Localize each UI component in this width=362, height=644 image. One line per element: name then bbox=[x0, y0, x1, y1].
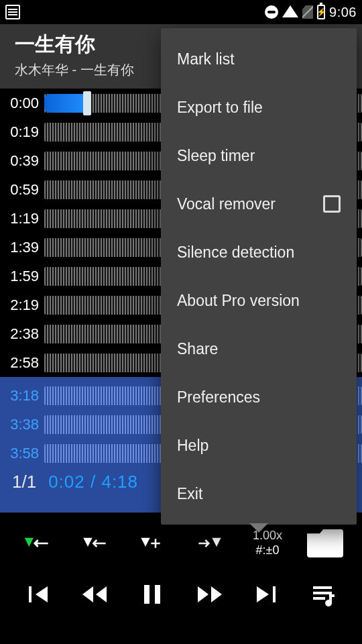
fast-forward-button[interactable] bbox=[181, 570, 239, 619]
menu-scroll-indicator-icon bbox=[249, 523, 268, 533]
row-time: 0:00 bbox=[4, 95, 44, 112]
status-time: 9:06 bbox=[329, 5, 357, 20]
mark-prev-button[interactable] bbox=[66, 519, 123, 568]
overflow-menu: Mark list Export to file Sleep timer Voc… bbox=[161, 28, 357, 525]
status-bar: ⚡ 9:06 bbox=[0, 0, 362, 24]
rewind-button[interactable] bbox=[66, 570, 123, 619]
row-time: 1:59 bbox=[4, 268, 44, 285]
row-time: 2:58 bbox=[4, 354, 44, 372]
menu-label: Sleep timer bbox=[177, 147, 255, 165]
menu-label: Help bbox=[177, 437, 208, 455]
menu-label: Preferences bbox=[177, 388, 260, 407]
open-folder-button[interactable] bbox=[296, 519, 354, 568]
row-time: 2:19 bbox=[4, 297, 44, 314]
menu-item-share[interactable]: Share bbox=[161, 325, 357, 373]
checkbox-icon[interactable] bbox=[323, 195, 341, 213]
menu-item-export[interactable]: Export to file bbox=[161, 83, 357, 131]
no-sim-icon bbox=[302, 5, 313, 19]
pause-button[interactable] bbox=[123, 570, 181, 619]
menu-label: Vocal remover bbox=[177, 195, 276, 213]
track-counter: 1/1 bbox=[12, 472, 36, 492]
menu-item-help[interactable]: Help bbox=[161, 421, 357, 470]
row-time: 3:18 bbox=[4, 387, 44, 405]
mark-a-button[interactable] bbox=[8, 519, 66, 568]
previous-track-button[interactable] bbox=[8, 570, 66, 619]
row-time: 2:38 bbox=[4, 325, 44, 343]
dnd-icon bbox=[265, 5, 278, 19]
battery-charging-icon: ⚡ bbox=[317, 5, 325, 19]
menu-item-silence-detection[interactable]: Silence detection bbox=[161, 228, 357, 276]
menu-label: Export to file bbox=[177, 99, 263, 117]
row-time: 0:19 bbox=[4, 123, 44, 141]
menu-label: About Pro version bbox=[177, 292, 300, 310]
mark-next-button[interactable] bbox=[181, 519, 239, 568]
menu-item-sleep-timer[interactable]: Sleep timer bbox=[161, 131, 357, 180]
row-time: 0:59 bbox=[4, 181, 44, 199]
pitch-label: #:±0 bbox=[253, 543, 282, 558]
menu-item-exit[interactable]: Exit bbox=[161, 470, 357, 518]
controls-bar: 1.00x #:±0 bbox=[0, 513, 362, 625]
menu-item-preferences[interactable]: Preferences bbox=[161, 373, 357, 421]
track-position: 0:02 / 4:18 bbox=[48, 472, 138, 492]
menu-label: Share bbox=[177, 340, 218, 358]
menu-item-about-pro[interactable]: About Pro version bbox=[161, 276, 357, 325]
row-time: 1:39 bbox=[4, 239, 44, 256]
row-time: 3:38 bbox=[4, 416, 44, 433]
menu-label: Exit bbox=[177, 485, 202, 503]
row-time: 1:19 bbox=[4, 210, 44, 227]
row-time: 3:58 bbox=[4, 445, 44, 462]
menu-label: Silence detection bbox=[177, 244, 294, 262]
menu-label: Mark list bbox=[177, 50, 235, 68]
folder-icon bbox=[307, 529, 343, 557]
wifi-icon bbox=[282, 5, 298, 17]
row-time: 0:39 bbox=[4, 152, 44, 170]
list-notification-icon bbox=[5, 5, 20, 19]
next-track-button[interactable] bbox=[239, 570, 296, 619]
playlist-button[interactable] bbox=[296, 570, 354, 619]
menu-item-mark-list[interactable]: Mark list bbox=[161, 35, 357, 83]
mark-add-button[interactable] bbox=[123, 519, 181, 568]
menu-item-vocal-remover[interactable]: Vocal remover bbox=[161, 180, 357, 228]
